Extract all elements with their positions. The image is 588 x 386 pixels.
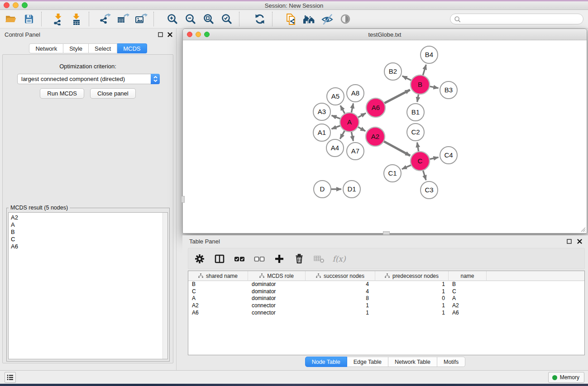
float-panel-icon[interactable]	[158, 32, 163, 37]
table-cell[interactable]: connector	[248, 310, 306, 317]
graph-edge-A2-C[interactable]	[383, 141, 411, 156]
table-cell[interactable]: 4	[306, 281, 375, 288]
add-column-icon[interactable]	[272, 251, 286, 267]
table-cell[interactable]: C	[449, 288, 487, 295]
tab-select[interactable]: Select	[89, 43, 117, 53]
graph-node-A5[interactable]: A5	[327, 88, 344, 105]
graph-node-B[interactable]: B	[411, 75, 430, 94]
graph-node-B3[interactable]: B3	[440, 81, 457, 99]
memory-button[interactable]: Memory	[548, 372, 584, 383]
graph-edge-A-A8[interactable]	[351, 104, 353, 114]
tab-network-table[interactable]: Network Table	[388, 357, 437, 367]
table-cell[interactable]: A	[449, 295, 487, 302]
tab-motifs[interactable]: Motifs	[437, 357, 465, 367]
export-table-icon[interactable]	[114, 11, 132, 27]
graph-edge-C-C1[interactable]	[402, 165, 412, 169]
graph-node-A2[interactable]: A2	[366, 127, 385, 146]
table-cell[interactable]: 0	[375, 295, 449, 302]
graph-edge-A6-B[interactable]	[384, 90, 410, 104]
graph-node-B2[interactable]: B2	[384, 63, 402, 80]
mcds-result-item[interactable]: C	[9, 236, 167, 243]
column-header-shared-name[interactable]: shared name	[188, 271, 248, 281]
graph-node-A7[interactable]: A7	[347, 143, 364, 160]
mcds-result-item[interactable]: A6	[9, 243, 167, 250]
mcds-result-item[interactable]: A2	[9, 214, 167, 221]
run-mcds-button[interactable]: Run MCDS	[40, 88, 84, 99]
graph-edge-B-B4[interactable]	[423, 65, 426, 76]
tab-network[interactable]: Network	[29, 43, 63, 53]
network-window-titlebar[interactable]: testGlobe.txt	[183, 29, 587, 40]
table-row[interactable]: Adominator80A	[188, 295, 584, 302]
refresh-layout-icon[interactable]	[251, 11, 269, 27]
settings-gear-icon[interactable]	[193, 251, 206, 267]
column-header-successor-nodes[interactable]: successor nodes	[306, 271, 375, 281]
table-cell[interactable]: B	[449, 281, 487, 288]
graph-edge-A-A7[interactable]	[351, 131, 353, 141]
zoom-in-icon[interactable]	[163, 11, 182, 27]
graph-edge-C-C3[interactable]	[423, 170, 426, 180]
table-cell[interactable]: 1	[375, 281, 449, 288]
table-cell[interactable]: B	[188, 281, 248, 288]
horizontal-splitter-handle[interactable]	[383, 231, 390, 235]
zoom-fit-icon[interactable]	[200, 11, 218, 27]
graph-node-C2[interactable]: C2	[407, 124, 424, 141]
graph-node-D1[interactable]: D1	[343, 181, 360, 198]
table-cell[interactable]: 1	[306, 302, 375, 310]
delete-table-icon[interactable]	[312, 251, 326, 267]
table-cell[interactable]: A6	[188, 310, 248, 317]
graph-edge-B-B3[interactable]	[429, 86, 439, 88]
graph-node-A[interactable]: A	[340, 113, 359, 132]
graph-edge-A-A2[interactable]	[357, 127, 365, 131]
graph-node-A4[interactable]: A4	[326, 139, 344, 157]
new-network-from-selection-icon[interactable]	[282, 11, 300, 27]
select-all-icon[interactable]	[233, 251, 246, 267]
graph-node-A8[interactable]: A8	[347, 85, 364, 102]
graph-node-B1[interactable]: B1	[407, 104, 424, 121]
close-panel-icon[interactable]	[167, 32, 172, 37]
graph-edge-A-A6[interactable]	[358, 113, 366, 118]
graph-edge-A-A5[interactable]	[340, 105, 345, 114]
column-header-MCDS-role[interactable]: MCDS role	[248, 271, 306, 281]
graph-node-A3[interactable]: A3	[313, 103, 330, 120]
result-list-scrollbar[interactable]	[163, 213, 167, 359]
tab-mcds[interactable]: MCDS	[117, 43, 147, 53]
open-session-icon[interactable]	[2, 11, 20, 27]
table-row[interactable]: A2connector11A2	[188, 302, 584, 310]
zoom-out-icon[interactable]	[182, 11, 200, 27]
export-network-icon[interactable]	[96, 11, 114, 27]
table-cell[interactable]: A2	[449, 302, 487, 310]
graph-edge-A-A3[interactable]	[332, 115, 341, 119]
export-image-icon[interactable]	[132, 11, 150, 27]
table-cell[interactable]: C	[188, 288, 248, 295]
close-table-panel-icon[interactable]	[577, 239, 582, 244]
first-neighbors-icon[interactable]	[300, 11, 318, 27]
graph-edge-C-C2[interactable]	[417, 143, 419, 152]
table-cell[interactable]: dominator	[248, 281, 306, 288]
network-canvas[interactable]: B4B2BB3A5A8A6A3B1AA1C2A2A4A7C4CC1C3DD1	[183, 40, 587, 230]
graph-node-C3[interactable]: C3	[421, 181, 438, 199]
table-row[interactable]: Bdominator41B	[188, 281, 584, 288]
mcds-result-item[interactable]: B	[9, 229, 167, 236]
graph-node-A6[interactable]: A6	[366, 98, 385, 117]
table-row[interactable]: Cdominator41C	[188, 288, 584, 295]
table-cell[interactable]: connector	[248, 302, 306, 310]
window-resize-grip[interactable]	[579, 226, 586, 232]
vertical-splitter-handle[interactable]	[181, 196, 185, 203]
table-cell[interactable]: 1	[375, 310, 449, 317]
show-task-history-button[interactable]	[5, 372, 16, 383]
table-cell[interactable]: 1	[306, 310, 375, 317]
search-input[interactable]	[461, 15, 583, 23]
import-table-icon[interactable]	[67, 11, 86, 27]
table-cell[interactable]: 1	[375, 302, 449, 310]
table-row[interactable]: A6connector11A6	[188, 310, 584, 317]
graph-edge-A-A4[interactable]	[340, 130, 345, 139]
table-cell[interactable]: dominator	[248, 288, 306, 295]
table-cell[interactable]: 1	[375, 288, 449, 295]
column-header-name[interactable]: name	[449, 271, 487, 281]
graph-node-A1[interactable]: A1	[313, 124, 330, 141]
graph-node-C1[interactable]: C1	[384, 165, 401, 182]
column-view-icon[interactable]	[213, 251, 226, 267]
save-session-icon[interactable]	[20, 11, 38, 27]
graph-edge-B-B1[interactable]	[417, 94, 419, 102]
tab-style[interactable]: Style	[63, 43, 89, 53]
